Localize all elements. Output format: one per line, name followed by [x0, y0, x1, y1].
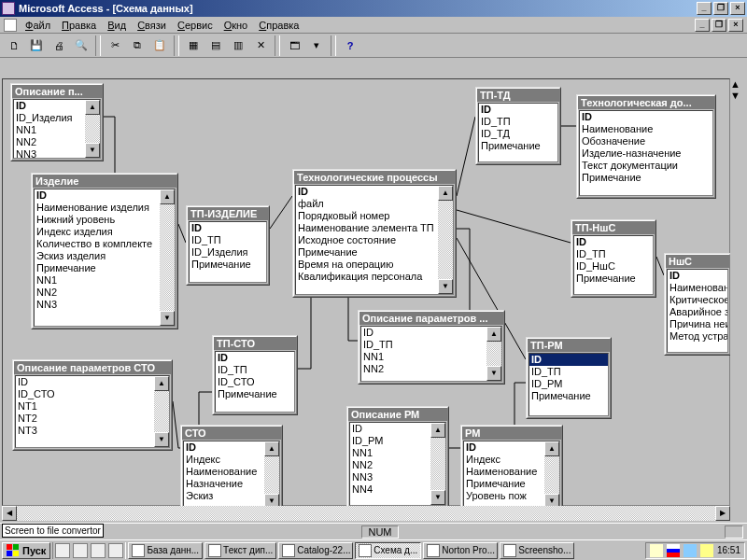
field[interactable]: Обозначение [580, 135, 712, 147]
field[interactable]: NN1 [361, 351, 486, 363]
new-button[interactable]: 🗋 [4, 35, 24, 56]
minimize-button[interactable]: _ [697, 2, 712, 15]
menu-Связи[interactable]: Связи [132, 19, 172, 32]
quicklaunch-item[interactable] [91, 543, 106, 558]
field[interactable]: ID_ТП [479, 116, 557, 128]
table-title[interactable]: Изделие [33, 175, 176, 188]
field[interactable]: ID_Изделия [14, 112, 85, 124]
field[interactable]: Уровень пож [464, 490, 544, 502]
field-list[interactable]: IDИндексНаименованиеПримечаниеУровень по… [463, 441, 560, 510]
field[interactable]: ID [574, 236, 653, 248]
table-title[interactable]: Описание РМ [348, 408, 447, 421]
table-t_desc_rm[interactable]: Описание РМIDID_РМNN1NN2NN3NN4▲▼ [346, 406, 449, 509]
field[interactable]: Примечание [580, 172, 712, 184]
field[interactable]: Наименование [464, 466, 544, 478]
field[interactable]: NN3 [350, 471, 430, 483]
field[interactable]: ID_СТО [16, 388, 154, 400]
scroll-up-icon[interactable]: ▲ [730, 78, 745, 90]
show-direct-button[interactable]: ▤ [205, 35, 226, 56]
field[interactable]: Примечание [216, 388, 294, 400]
field[interactable]: ID [580, 111, 712, 123]
field[interactable]: ID [190, 222, 266, 234]
field[interactable]: Примечание [479, 140, 557, 152]
table-title[interactable]: ТП-ИЗДЕЛИЕ [188, 207, 268, 220]
table-t_tp_td[interactable]: ТП-ТДIDID_ТПID_ТДПримечание [475, 87, 561, 165]
field-list[interactable]: IDфайлПорядковый номерНаименование элеме… [295, 185, 454, 295]
show-table-button[interactable]: ▦ [183, 35, 204, 56]
list-scrollbar[interactable]: ▲▼ [264, 441, 279, 509]
field[interactable]: ID_ТП [574, 248, 653, 260]
field[interactable]: ID [361, 327, 486, 339]
list-scrollbar[interactable]: ▲▼ [160, 189, 175, 326]
field[interactable]: ID [350, 423, 430, 435]
field[interactable]: ID_ТП [216, 364, 294, 376]
table-title[interactable]: СТО [182, 427, 281, 440]
field[interactable]: Текст документации [580, 160, 712, 172]
field[interactable]: Изделие-назначение [580, 147, 712, 160]
field[interactable]: NN2 [35, 287, 160, 299]
list-scrollbar[interactable]: ▲▼ [544, 441, 559, 509]
table-title[interactable]: ТП-РМ [528, 339, 610, 352]
paste-button[interactable]: 📋 [149, 35, 170, 56]
field[interactable]: ID [479, 104, 557, 116]
start-button[interactable]: Пуск [2, 542, 50, 559]
table-t_tp_izd[interactable]: ТП-ИЗДЕЛИЕIDID_ТПID_ИзделияПримечание [186, 205, 270, 286]
field[interactable]: ID_ТП [361, 339, 486, 351]
field-list[interactable]: IDНаименование нКритическое знаАварийное… [667, 269, 728, 353]
field[interactable]: NN3 [14, 148, 85, 159]
field[interactable]: ID_ТД [479, 128, 557, 140]
field[interactable]: ID [296, 186, 438, 198]
field[interactable]: Индекс [464, 454, 544, 466]
field[interactable]: NT2 [16, 413, 154, 425]
field[interactable]: ID [16, 376, 154, 388]
tray-icon[interactable] [650, 544, 663, 557]
language-icon[interactable] [667, 544, 680, 557]
field[interactable]: ID [35, 189, 160, 202]
restore-button[interactable]: ❐ [713, 2, 728, 15]
field[interactable]: Индекс изделия [35, 226, 160, 238]
table-t_tp_sto[interactable]: ТП-СТОIDID_ТПID_СТОПримечание [212, 335, 298, 415]
help-button[interactable]: ? [340, 35, 360, 56]
print-button[interactable]: 🖨 [49, 35, 69, 56]
table-t_sto[interactable]: СТОIDИндексНаименованиеНазначениеЭскиз▲▼ [180, 425, 283, 512]
table-title[interactable]: Описание параметров СТО [14, 361, 171, 374]
field[interactable]: Количество в комплекте [35, 238, 160, 250]
table-title[interactable]: ТП-СТО [214, 337, 296, 350]
table-t_nshc[interactable]: НшСIDНаименование нКритическое знаАварий… [664, 253, 731, 356]
table-t_tech_doc[interactable]: Технологическая до...IDНаименованиеОбозн… [576, 94, 716, 199]
field[interactable]: ID_СТО [216, 376, 294, 388]
table-title[interactable]: ТП-НшС [572, 221, 655, 234]
field[interactable]: ID [216, 352, 294, 364]
table-title[interactable]: РМ [462, 427, 561, 440]
field[interactable]: Индекс [184, 454, 264, 466]
table-t_rm[interactable]: РМIDИндексНаименованиеПримечаниеУровень … [460, 425, 563, 512]
table-title[interactable]: НшС [666, 255, 729, 268]
taskbar-task[interactable]: Схема д... [355, 542, 421, 559]
field-list[interactable]: IDID_ТПID_ИзделияПримечание [189, 221, 267, 283]
list-scrollbar[interactable]: ▲▼ [154, 376, 169, 447]
field[interactable]: Примечание [296, 246, 438, 259]
quicklaunch-item[interactable] [55, 543, 70, 558]
field[interactable]: Примечание [529, 390, 608, 402]
field[interactable]: Аварийное знач [668, 306, 727, 318]
menu-Окно[interactable]: Окно [218, 19, 254, 32]
field[interactable]: Эскиз [184, 490, 264, 502]
field[interactable]: Порядковый номер [296, 210, 438, 222]
field[interactable]: Наименование н [668, 282, 727, 294]
field-list[interactable]: IDID_ТПID_СТОПримечание [215, 351, 295, 413]
tray-icon[interactable] [684, 544, 697, 557]
copy-button[interactable]: ⧉ [127, 35, 148, 56]
scroll-right-icon[interactable]: ▶ [715, 506, 730, 521]
field-list[interactable]: IDID_СТОNT1NT2NT3▲▼ [15, 375, 170, 448]
volume-icon[interactable] [700, 544, 713, 557]
field[interactable]: NT3 [16, 425, 154, 437]
field[interactable]: Примечание [35, 262, 160, 274]
field-list[interactable]: IDID_ТПID_ТДПримечание [478, 103, 558, 162]
field[interactable]: ID_Изделия [190, 246, 266, 259]
close-button[interactable]: × [730, 2, 745, 15]
list-scrollbar[interactable]: ▲▼ [438, 186, 453, 294]
field[interactable]: файл [296, 198, 438, 210]
menu-Файл[interactable]: Файл [20, 19, 56, 32]
field[interactable]: Примечание [190, 259, 266, 271]
preview-button[interactable]: 🔍 [71, 35, 92, 56]
